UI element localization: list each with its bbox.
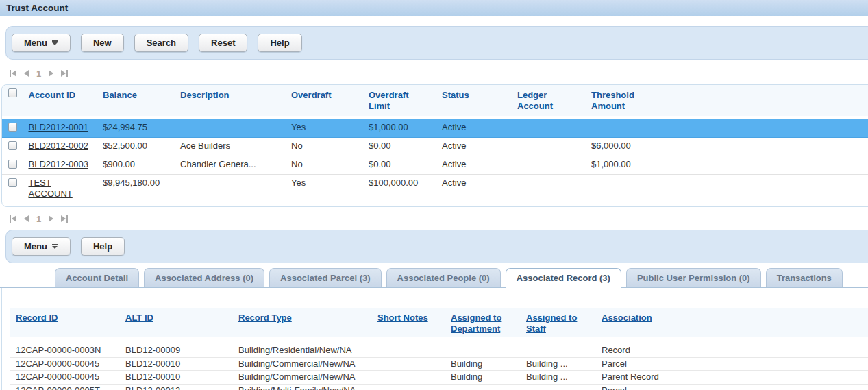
description-cell: Chandler Genera...: [175, 156, 286, 175]
previous-page-icon[interactable]: [24, 70, 29, 77]
record-row[interactable]: 12CAP-00000-0005T BLD12-00012 Building/M…: [10, 384, 868, 390]
menu-button-label: Menu: [24, 241, 47, 252]
column-header-threshold-amount[interactable]: Threshold Amount: [591, 90, 634, 111]
balance-cell: $900.00: [97, 156, 175, 175]
record-type-cell: Building/Commercial/New/NA: [233, 371, 372, 385]
description-cell: Ace Builders: [175, 138, 286, 156]
ledger-account-cell: [512, 156, 586, 175]
association-cell: Parcel: [596, 357, 706, 371]
row-checkbox[interactable]: [8, 123, 17, 132]
menu-button[interactable]: Menu: [12, 34, 71, 52]
account-id-link[interactable]: TEST ACCOUNT: [29, 178, 73, 199]
account-id-link[interactable]: BLD2012-0001: [29, 122, 88, 132]
account-id-link[interactable]: BLD2012-0003: [29, 159, 88, 169]
threshold-amount-cell: $1,000.00: [586, 156, 668, 175]
association-cell: Parent Record: [596, 371, 706, 385]
short-notes-cell: [372, 357, 445, 371]
tab-public-user-permission[interactable]: Public User Permission (0): [626, 268, 761, 287]
column-header-assigned-to-department[interactable]: Assigned to Department: [451, 313, 501, 334]
overdraft-cell: No: [286, 156, 363, 175]
menu-button-label: Menu: [24, 38, 47, 48]
page-title: Trust Account: [6, 3, 68, 13]
tab-transactions[interactable]: Transactions: [766, 268, 843, 287]
tab-account-detail[interactable]: Account Detail: [55, 268, 139, 287]
accounts-table: Account ID Balance Description Overdraft…: [2, 85, 868, 202]
menu-dropdown-caret-icon: [52, 244, 58, 249]
tab-associated-parcel[interactable]: Associated Parcel (3): [269, 268, 382, 287]
select-all-checkbox[interactable]: [8, 88, 17, 97]
accounts-toolbar: Menu New Search Reset Help: [5, 26, 868, 60]
balance-cell: $52,500.00: [97, 138, 175, 156]
overdraft-limit-cell: $100,000.00: [363, 175, 436, 203]
column-header-overdraft[interactable]: Overdraft: [291, 90, 332, 100]
page-number[interactable]: 1: [36, 214, 41, 224]
row-checkbox[interactable]: [8, 141, 17, 150]
tab-associated-people[interactable]: Associated People (0): [386, 268, 501, 287]
next-page-icon[interactable]: [49, 70, 53, 77]
detail-tabbar: Account Detail Associated Address (0) As…: [0, 268, 868, 288]
threshold-amount-cell: [586, 118, 668, 138]
first-page-icon[interactable]: [10, 215, 16, 223]
detail-pagination: 1: [10, 213, 868, 224]
column-header-account-id[interactable]: Account ID: [29, 90, 76, 100]
column-header-association[interactable]: Association: [602, 313, 652, 323]
threshold-amount-cell: $6,000.00: [586, 138, 668, 156]
column-header-ledger-account[interactable]: Ledger Account: [517, 90, 553, 111]
help-button[interactable]: Help: [81, 237, 125, 256]
tab-associated-address[interactable]: Associated Address (0): [144, 268, 264, 287]
column-header-balance[interactable]: Balance: [103, 90, 137, 100]
previous-page-icon[interactable]: [24, 215, 29, 222]
account-row[interactable]: BLD2012-0003 $900.00 Chandler Genera... …: [2, 156, 868, 175]
next-page-icon[interactable]: [49, 215, 53, 222]
ledger-account-cell: [512, 138, 586, 156]
balance-cell: $24,994.75: [97, 118, 175, 138]
records-header-row: Record ID ALT ID Record Type Short Notes…: [10, 308, 868, 341]
reset-button[interactable]: Reset: [199, 34, 247, 52]
last-page-icon[interactable]: [61, 70, 68, 77]
first-page-icon[interactable]: [10, 70, 16, 77]
account-row[interactable]: TEST ACCOUNT $9,945,180.00 Yes $100,000.…: [2, 175, 868, 203]
column-header-overdraft-limit[interactable]: Overdraft Limit: [369, 90, 409, 111]
short-notes-cell: [372, 384, 445, 390]
row-checkbox[interactable]: [8, 178, 17, 187]
alt-id-cell: BLD12-00009: [120, 341, 233, 357]
ledger-account-cell: [512, 175, 586, 203]
accounts-pagination: 1: [10, 68, 868, 79]
record-type-cell: Building/Multi-Family/New/NA: [233, 384, 372, 390]
column-header-assigned-to-staff[interactable]: Assigned to Staff: [526, 313, 577, 334]
page-number[interactable]: 1: [36, 69, 41, 79]
column-header-status[interactable]: Status: [442, 90, 469, 100]
account-row[interactable]: BLD2012-0002 $52,500.00 Ace Builders No …: [2, 138, 868, 156]
account-row-selected[interactable]: BLD2012-0001 $24,994.75 Yes $1,000.00 Ac…: [2, 118, 868, 138]
threshold-amount-cell: [586, 175, 668, 203]
balance-cell: $9,945,180.00: [97, 175, 175, 203]
record-id-cell: 12CAP-00000-00045: [10, 357, 120, 371]
assigned-to-department-cell: Building: [445, 357, 521, 371]
record-row[interactable]: 12CAP-00000-00045 BLD12-00010 Building/C…: [10, 371, 868, 385]
short-notes-cell: [372, 371, 445, 385]
associated-record-panel: Record ID ALT ID Record Type Short Notes…: [1, 288, 868, 390]
column-header-alt-id[interactable]: ALT ID: [125, 313, 153, 323]
column-header-record-type[interactable]: Record Type: [238, 313, 292, 323]
search-button[interactable]: Search: [134, 34, 188, 52]
help-button[interactable]: Help: [258, 34, 301, 52]
column-header-record-id[interactable]: Record ID: [16, 313, 58, 323]
column-header-description[interactable]: Description: [180, 90, 230, 100]
tab-associated-record[interactable]: Associated Record (3): [506, 268, 621, 288]
new-button[interactable]: New: [81, 34, 124, 52]
overdraft-limit-cell: $0.00: [363, 156, 436, 175]
column-header-short-notes[interactable]: Short Notes: [377, 313, 428, 323]
short-notes-cell: [372, 341, 445, 357]
alt-id-cell: BLD12-00010: [120, 371, 233, 385]
record-row[interactable]: 12CAP-00000-00045 BLD12-00010 Building/C…: [10, 357, 868, 371]
record-row[interactable]: 12CAP-00000-0003N BLD12-00009 Building/R…: [10, 341, 868, 357]
detail-toolbar: Menu Help: [5, 230, 868, 263]
last-page-icon[interactable]: [61, 215, 68, 223]
description-cell: [175, 175, 286, 203]
accounts-table-panel: Account ID Balance Description Overdraft…: [1, 84, 868, 207]
account-id-link[interactable]: BLD2012-0002: [29, 141, 88, 151]
menu-button[interactable]: Menu: [12, 237, 71, 256]
row-checkbox[interactable]: [8, 160, 17, 169]
ledger-account-cell: [512, 118, 586, 138]
record-type-cell: Building/Residential/New/NA: [233, 341, 372, 357]
